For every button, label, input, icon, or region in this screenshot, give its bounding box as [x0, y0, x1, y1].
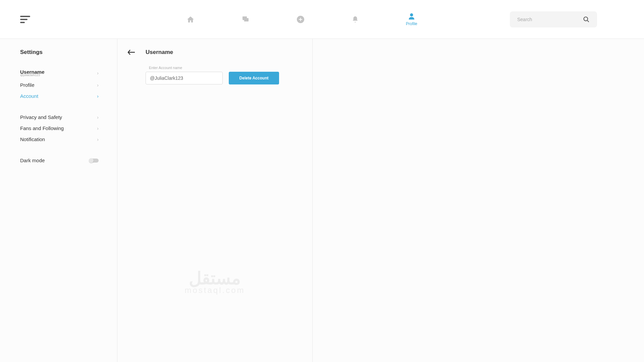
sidebar-item-label: Account: [20, 93, 38, 99]
watermark-logo: مستقل: [184, 268, 245, 288]
svg-rect-1: [244, 18, 249, 21]
sidebar-item-profile[interactable]: Profile ›: [20, 79, 99, 90]
chevron-right-icon: ›: [97, 115, 99, 120]
form-area: Enter Account name Delete Account: [127, 66, 302, 84]
watermark-url: mostaql.com: [184, 286, 245, 295]
chevron-right-icon: ›: [97, 94, 99, 99]
settings-sidebar: Settings Username @juliaclark123 › Profi…: [0, 39, 117, 362]
body: Settings Username @juliaclark123 › Profi…: [0, 39, 644, 362]
toggle-knob: [89, 158, 94, 163]
main-header: Username: [127, 49, 302, 56]
sidebar-item-account[interactable]: Account ›: [20, 90, 99, 102]
sidebar-title: Settings: [20, 49, 99, 56]
svg-line-5: [587, 20, 589, 22]
search-bar[interactable]: [510, 11, 597, 27]
sidebar-item-fans[interactable]: Fans and Following ›: [20, 123, 99, 134]
back-arrow-icon[interactable]: [127, 49, 136, 56]
watermark: مستقل mostaql.com: [184, 268, 245, 295]
bell-icon: [352, 15, 359, 23]
menu-button[interactable]: [20, 16, 34, 23]
delete-account-button[interactable]: Delete Account: [229, 72, 279, 84]
nav-profile-label: Profile: [406, 21, 417, 26]
nav-messages[interactable]: [241, 15, 250, 23]
account-name-input[interactable]: [146, 72, 223, 84]
sidebar-item-label: Profile: [20, 82, 35, 88]
dark-mode-label: Dark mode: [20, 158, 45, 163]
sidebar-dark-mode-row: Dark mode: [20, 155, 99, 166]
sidebar-item-notification[interactable]: Notification ›: [20, 134, 99, 145]
search-icon: [583, 16, 590, 23]
nav-add[interactable]: [297, 15, 305, 23]
svg-point-3: [410, 13, 413, 16]
chat-icon: [241, 15, 250, 23]
field-label: Enter Account name: [149, 66, 302, 70]
user-icon: [408, 13, 415, 20]
chevron-right-icon: ›: [97, 137, 99, 142]
chevron-right-icon: ›: [97, 126, 99, 131]
sidebar-item-label: Notification: [20, 136, 45, 142]
nav-notifications[interactable]: [352, 15, 359, 23]
sidebar-item-username[interactable]: Username @juliaclark123 ›: [20, 66, 99, 79]
plus-circle-icon: [297, 15, 305, 23]
home-icon: [186, 15, 195, 23]
nav-center: Profile: [94, 13, 510, 26]
nav-profile[interactable]: Profile: [406, 13, 417, 26]
hamburger-icon: [20, 16, 34, 23]
main-title: Username: [146, 49, 173, 56]
sidebar-item-label: Fans and Following: [20, 125, 64, 131]
sidebar-item-label: Privacy and Safety: [20, 114, 62, 120]
sidebar-item-privacy[interactable]: Privacy and Safety ›: [20, 112, 99, 123]
right-panel: [313, 39, 644, 362]
header: Profile: [0, 0, 644, 39]
dark-mode-toggle[interactable]: [89, 159, 99, 163]
main-panel: Username Enter Account name Delete Accou…: [117, 39, 313, 362]
chevron-right-icon: ›: [97, 82, 99, 88]
nav-home[interactable]: [186, 15, 195, 23]
svg-point-4: [584, 17, 588, 21]
chevron-right-icon: ›: [97, 70, 99, 76]
search-input[interactable]: [517, 17, 583, 22]
